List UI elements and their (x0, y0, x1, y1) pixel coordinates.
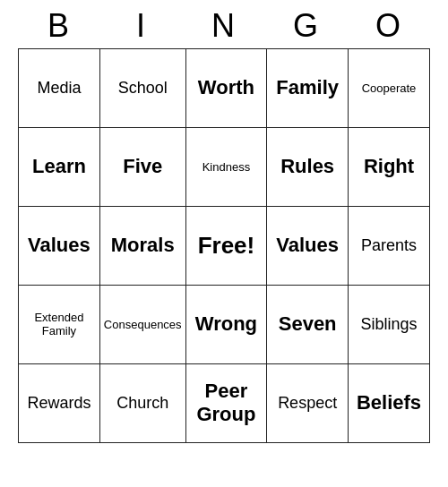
bingo-cell: Media (19, 48, 100, 127)
table-row: MediaSchoolWorthFamilyCooperate (19, 48, 430, 127)
bingo-cell: Worth (185, 48, 267, 127)
table-row: Extended FamilyConsequencesWrongSevenSib… (19, 285, 430, 363)
bingo-cell: Extended Family (19, 285, 100, 363)
bingo-header: BINGO (18, 7, 430, 45)
bingo-cell: Rules (267, 127, 349, 206)
bingo-cell: School (99, 48, 185, 127)
bingo-cell: Five (99, 127, 185, 206)
bingo-cell: Church (99, 363, 185, 442)
header-letter: N (183, 7, 265, 45)
header-letter: O (348, 7, 430, 45)
bingo-cell: Consequences (99, 285, 185, 363)
bingo-cell: Kindness (185, 127, 267, 206)
table-row: ValuesMoralsFree!ValuesParents (19, 206, 430, 285)
bingo-cell: Rewards (19, 363, 100, 442)
bingo-cell: Seven (267, 285, 349, 363)
bingo-cell: Beliefs (349, 363, 430, 442)
table-row: LearnFiveKindnessRulesRight (19, 127, 430, 206)
bingo-cell: Siblings (349, 285, 430, 363)
bingo-cell: Parents (349, 206, 430, 285)
bingo-cell: Right (349, 127, 430, 206)
bingo-cell: Values (267, 206, 349, 285)
bingo-cell: Learn (19, 127, 100, 206)
bingo-cell: Values (19, 206, 100, 285)
bingo-grid: MediaSchoolWorthFamilyCooperateLearnFive… (18, 48, 430, 443)
bingo-cell: Family (267, 48, 349, 127)
table-row: RewardsChurchPeer GroupRespectBeliefs (19, 363, 430, 442)
bingo-cell: Peer Group (185, 363, 267, 442)
bingo-cell: Wrong (185, 285, 267, 363)
bingo-cell: Free! (185, 206, 267, 285)
bingo-cell: Respect (267, 363, 349, 442)
header-letter: I (100, 7, 183, 45)
header-letter: B (18, 7, 100, 45)
header-letter: G (265, 7, 348, 45)
bingo-cell: Cooperate (349, 48, 430, 127)
bingo-cell: Morals (99, 206, 185, 285)
